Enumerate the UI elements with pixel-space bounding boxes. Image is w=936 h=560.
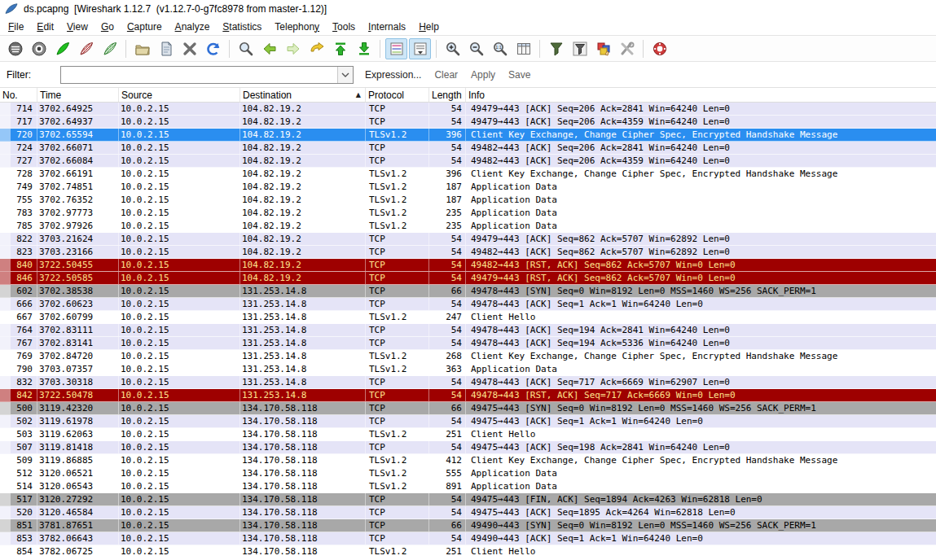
column-header-time[interactable]: Time bbox=[37, 88, 119, 102]
find-packet-icon[interactable] bbox=[235, 38, 257, 59]
packet-cell-len: 396 bbox=[429, 168, 466, 180]
packet-row[interactable]: 7283702.6619110.0.2.15104.82.19.2TLSv1.2… bbox=[0, 168, 936, 181]
column-header-protocol[interactable]: Protocol bbox=[366, 88, 429, 102]
packet-cell-len: 54 bbox=[429, 337, 466, 349]
packet-row[interactable]: 7493702.7485110.0.2.15104.82.19.2TLSv1.2… bbox=[0, 181, 936, 194]
packet-row[interactable]: 8223703.2162410.0.2.15104.82.19.2TCP5449… bbox=[0, 233, 936, 246]
menu-item-go[interactable]: Go bbox=[94, 19, 121, 35]
zoom-in-icon[interactable] bbox=[442, 38, 464, 59]
packet-cell-no: 853 bbox=[11, 532, 37, 545]
packet-row[interactable]: 6663702.6062310.0.2.15131.253.14.8TCP544… bbox=[0, 298, 936, 311]
open-file-icon[interactable] bbox=[131, 38, 153, 59]
packet-cell-src: 10.0.2.15 bbox=[119, 168, 240, 180]
chevron-down-icon[interactable] bbox=[337, 67, 353, 83]
packet-row[interactable]: 5003119.4232010.0.2.15134.170.58.118TCP6… bbox=[0, 402, 936, 415]
packet-cell-dst: 104.82.19.2 bbox=[240, 259, 366, 271]
packet-row[interactable]: 5073119.8141810.0.2.15134.170.58.118TCP5… bbox=[0, 441, 936, 454]
packet-row[interactable]: 7143702.6492510.0.2.15104.82.19.2TCP5449… bbox=[0, 103, 936, 116]
packet-row[interactable]: 7553702.7635210.0.2.15104.82.19.2TLSv1.2… bbox=[0, 194, 936, 207]
packet-cell-time: 3702.64925 bbox=[37, 103, 119, 115]
zoom-original-icon[interactable]: 1:1 bbox=[489, 38, 511, 59]
packet-cell-no: 822 bbox=[11, 233, 37, 245]
close-file-icon[interactable] bbox=[178, 38, 200, 59]
column-header-source[interactable]: Source bbox=[119, 88, 240, 102]
packet-row[interactable]: 7273702.6608410.0.2.15104.82.19.2TCP5449… bbox=[0, 155, 936, 168]
packet-row[interactable]: 5023119.6197810.0.2.15134.170.58.118TCP5… bbox=[0, 415, 936, 428]
packet-cell-time: 3702.60623 bbox=[37, 298, 119, 310]
help-icon[interactable] bbox=[648, 38, 670, 59]
list-interfaces-icon[interactable] bbox=[4, 38, 26, 59]
go-to-bottom-icon[interactable] bbox=[353, 38, 375, 59]
go-to-packet-icon[interactable] bbox=[305, 38, 327, 59]
packet-cell-info: 49479→443 [ACK] Seq=862 Ack=5707 Win=628… bbox=[466, 233, 936, 245]
preferences-icon[interactable] bbox=[616, 38, 638, 59]
column-header-no[interactable]: No. bbox=[0, 88, 37, 102]
packet-row[interactable]: 8233703.2316610.0.2.15104.82.19.2TCP5449… bbox=[0, 246, 936, 259]
start-capture-icon[interactable] bbox=[51, 38, 73, 59]
packet-row[interactable]: 8463722.5058510.0.2.15104.82.19.2TCP5449… bbox=[0, 272, 936, 285]
packet-row[interactable]: 5093119.8688510.0.2.15134.170.58.118TLSv… bbox=[0, 454, 936, 467]
packet-cell-src: 10.0.2.15 bbox=[119, 441, 240, 453]
capture-filters-icon[interactable] bbox=[545, 38, 567, 59]
packet-row[interactable]: 7173702.6493710.0.2.15104.82.19.2TCP5449… bbox=[0, 116, 936, 129]
menu-item-tools[interactable]: Tools bbox=[326, 19, 362, 35]
packet-row[interactable]: 7643702.8311110.0.2.15131.253.14.8TCP544… bbox=[0, 324, 936, 337]
packet-row[interactable]: 7673702.8314110.0.2.15131.253.14.8TCP544… bbox=[0, 337, 936, 350]
menu-item-statistics[interactable]: Statistics bbox=[216, 19, 268, 35]
resize-columns-icon[interactable] bbox=[512, 38, 534, 59]
menu-item-telephony[interactable]: Telephony bbox=[268, 19, 326, 35]
filter-label: Filter: bbox=[7, 69, 31, 81]
column-header-info[interactable]: Info bbox=[466, 88, 936, 102]
menu-item-capture[interactable]: Capture bbox=[121, 19, 169, 35]
packet-row[interactable]: 6673702.6079910.0.2.15131.253.14.8TLSv1.… bbox=[0, 311, 936, 324]
packet-row[interactable]: 8423722.5047810.0.2.15131.253.14.8TCP544… bbox=[0, 389, 936, 402]
filter-combobox[interactable] bbox=[60, 66, 354, 84]
packet-row[interactable]: 7903703.0735710.0.2.15131.253.14.8TLSv1.… bbox=[0, 363, 936, 376]
menu-item-view[interactable]: View bbox=[60, 19, 94, 35]
packet-row[interactable]: 7243702.6607110.0.2.15104.82.19.2TCP5449… bbox=[0, 142, 936, 155]
stop-capture-icon[interactable] bbox=[75, 38, 97, 59]
packet-cell-no: 724 bbox=[11, 142, 37, 154]
coloring-rules-icon[interactable] bbox=[592, 38, 614, 59]
packet-cell-dst: 131.253.14.8 bbox=[240, 285, 366, 297]
capture-options-icon[interactable] bbox=[28, 38, 50, 59]
filter-input[interactable] bbox=[61, 67, 337, 83]
packet-row[interactable]: 5173120.2729210.0.2.15134.170.58.118TCP5… bbox=[0, 493, 936, 506]
packet-row[interactable]: 8543782.0672510.0.2.15134.170.58.118TLSv… bbox=[0, 545, 936, 558]
packet-row[interactable]: 7693702.8472010.0.2.15131.253.14.8TLSv1.… bbox=[0, 350, 936, 363]
packet-row[interactable]: 6023702.3853810.0.2.15131.253.14.8TCP664… bbox=[0, 285, 936, 298]
packet-row[interactable]: 8513781.8765110.0.2.15134.170.58.118TCP6… bbox=[0, 519, 936, 532]
reload-file-icon[interactable] bbox=[202, 38, 224, 59]
packet-row[interactable]: 7203702.6559410.0.2.15104.82.19.2TLSv1.2… bbox=[0, 129, 936, 142]
packet-row[interactable]: 7853702.9792610.0.2.15104.82.19.2TLSv1.2… bbox=[0, 220, 936, 233]
clear-button[interactable]: Clear bbox=[434, 69, 458, 81]
go-back-icon[interactable] bbox=[258, 38, 280, 59]
column-header-length[interactable]: Length bbox=[429, 88, 466, 102]
colorize-packet-list-icon[interactable] bbox=[385, 38, 407, 59]
save-button[interactable]: Save bbox=[508, 69, 530, 81]
zoom-out-icon[interactable] bbox=[465, 38, 487, 59]
go-forward-icon[interactable] bbox=[282, 38, 304, 59]
packet-cell-time: 3722.50585 bbox=[37, 272, 119, 284]
packet-row[interactable]: 5203120.4658410.0.2.15134.170.58.118TCP5… bbox=[0, 506, 936, 519]
menu-item-file[interactable]: File bbox=[2, 19, 30, 35]
packet-row[interactable]: 5123120.0652110.0.2.15134.170.58.118TLSv… bbox=[0, 467, 936, 480]
menu-item-internals[interactable]: Internals bbox=[362, 19, 412, 35]
packet-row[interactable]: 7833702.9777310.0.2.15104.82.19.2TLSv1.2… bbox=[0, 207, 936, 220]
menu-item-help[interactable]: Help bbox=[412, 19, 446, 35]
packet-row[interactable]: 8533782.0664310.0.2.15134.170.58.118TCP5… bbox=[0, 532, 936, 545]
packet-row[interactable]: 8403722.5045510.0.2.15104.82.19.2TCP5449… bbox=[0, 259, 936, 272]
restart-capture-icon[interactable] bbox=[99, 38, 121, 59]
packet-row[interactable]: 8323703.3031810.0.2.15131.253.14.8TCP544… bbox=[0, 376, 936, 389]
expression-button[interactable]: Expression... bbox=[365, 69, 421, 81]
display-filters-icon[interactable] bbox=[569, 38, 591, 59]
menu-item-edit[interactable]: Edit bbox=[30, 19, 60, 35]
save-file-icon[interactable] bbox=[155, 38, 177, 59]
column-header-destination[interactable]: Destination ▲ bbox=[240, 88, 366, 102]
go-to-top-icon[interactable] bbox=[329, 38, 351, 59]
menu-item-analyze[interactable]: Analyze bbox=[169, 19, 217, 35]
packet-row[interactable]: 5033119.6206310.0.2.15134.170.58.118TLSv… bbox=[0, 428, 936, 441]
auto-scroll-icon[interactable] bbox=[409, 38, 431, 59]
packet-row[interactable]: 5143120.0654310.0.2.15134.170.58.118TLSv… bbox=[0, 480, 936, 493]
apply-button[interactable]: Apply bbox=[471, 69, 495, 81]
